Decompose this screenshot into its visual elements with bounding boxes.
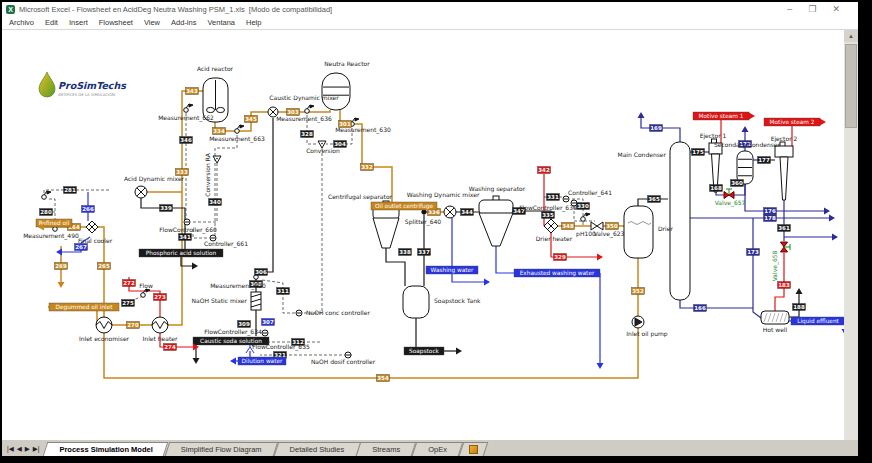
stream-tag-309[interactable]: 309 [238, 321, 251, 328]
sheet-nav-0[interactable]: |◀ [7, 445, 14, 453]
measurement-662[interactable] [184, 104, 193, 112]
menu-edit[interactable]: Edit [45, 18, 58, 27]
stream-tag-332[interactable]: 332 [361, 164, 374, 171]
sheet-shortcut-tab[interactable] [461, 442, 486, 456]
stream-tag-311[interactable]: 311 [277, 288, 290, 295]
soapstock-tank[interactable] [403, 286, 429, 318]
stream-tag-183[interactable]: 183 [778, 282, 791, 289]
stream-tag-266[interactable]: 266 [82, 206, 95, 213]
stream-tag-342[interactable]: 342 [538, 167, 551, 174]
conversion-ra[interactable] [213, 156, 221, 163]
menu-archivo[interactable]: Archivo [9, 18, 34, 27]
close-button-icon[interactable]: ✕ [832, 4, 840, 14]
stream-tag-275[interactable]: 275 [122, 300, 135, 307]
stream-tag-272[interactable]: 272 [123, 280, 136, 287]
tab-opex[interactable]: OpEx [414, 442, 461, 456]
menu-insert[interactable]: Insert [69, 18, 88, 27]
stream-tag-337[interactable]: 337 [418, 249, 431, 256]
stream-tag-267[interactable]: 267 [75, 244, 88, 251]
menu-help[interactable]: Help [246, 18, 261, 27]
stream-label-washing-water[interactable]: Washing water [426, 266, 478, 274]
stream-tag-173[interactable]: 173 [747, 249, 760, 256]
tab-process-simulation-model[interactable]: Process Simulation Model [45, 442, 166, 456]
stream-tag-270[interactable]: 270 [127, 322, 140, 329]
stream-tag-345[interactable]: 345 [245, 116, 258, 123]
flow-indicator-heater[interactable] [141, 289, 150, 297]
sheet-nav-3[interactable]: ▶| [33, 445, 40, 453]
minimize-button-icon[interactable]: – [787, 4, 792, 14]
stream-tag-177[interactable]: 177 [758, 157, 771, 164]
hot-well[interactable] [761, 311, 789, 324]
stream-label-phosphoric-acid-solution[interactable]: Phosphoric acid solution [139, 249, 223, 257]
stream-tag-269[interactable]: 269 [55, 263, 68, 270]
main-condenser[interactable] [670, 142, 690, 300]
tab-simplified-flow-diagram[interactable]: Simplified Flow Diagram [167, 442, 276, 456]
drier[interactable] [624, 206, 653, 258]
stream-label-oil-outlet-centrifuge[interactable]: Oil outlet centrifuge [371, 202, 437, 210]
stream-tag-168[interactable]: 168 [710, 185, 723, 192]
stream-tag-188[interactable]: 188 [793, 304, 806, 311]
valve-623[interactable] [591, 222, 603, 230]
stream-tag-273[interactable]: 273 [154, 294, 167, 301]
washing-separator[interactable] [479, 196, 513, 246]
stream-label-exhausted-washing-water[interactable]: Exhausted washing water [514, 269, 600, 277]
stream-tag-334[interactable]: 334 [213, 128, 226, 135]
neutra-reactor[interactable] [322, 73, 350, 110]
flowcontroller-660[interactable] [184, 219, 190, 225]
scroll-up-icon[interactable]: ▲ [844, 30, 858, 42]
stream-tag-176[interactable]: 176 [764, 208, 777, 215]
flowcontroller-634[interactable] [262, 330, 268, 336]
stream-tag-340[interactable]: 340 [209, 199, 222, 206]
stream-tag-307[interactable]: 307 [262, 319, 275, 326]
stream-tag-335[interactable]: 335 [542, 212, 555, 219]
stream-tag-265[interactable]: 265 [98, 263, 111, 270]
stream-label-motive-steam-2[interactable]: Motive steam 2 [764, 118, 820, 126]
naoh-static-mixer[interactable] [251, 292, 261, 310]
stream-tag-281[interactable]: 281 [64, 187, 77, 194]
stream-tag-350[interactable]: 350 [606, 223, 619, 230]
stream-tag-329[interactable]: 329 [554, 254, 567, 261]
valve-658[interactable] [781, 242, 791, 252]
stream-tag-280[interactable]: 280 [40, 209, 53, 216]
stream-tag-344[interactable]: 344 [461, 209, 474, 216]
stream-label-motive-steam-1[interactable]: Motive steam 1 [693, 112, 749, 120]
stream-tag-365[interactable]: 365 [648, 196, 661, 203]
menu-add-ins[interactable]: Add-ins [171, 18, 196, 27]
stream-tag-354[interactable]: 354 [377, 375, 390, 382]
stream-label-dilution-water[interactable]: Dilution water [238, 357, 286, 365]
sheet-nav-1[interactable]: ◀ [17, 445, 22, 453]
stream-tag-341[interactable]: 341 [179, 234, 192, 241]
splitter-640[interactable] [422, 210, 426, 214]
stream-tag-339[interactable]: 339 [160, 205, 173, 212]
acid-dynamic-mixer[interactable] [135, 186, 147, 198]
scrollbar-thumb[interactable] [845, 44, 857, 128]
stream-tag-361[interactable]: 361 [778, 225, 791, 232]
naoh-conc-controller[interactable] [296, 310, 302, 316]
flowsheet-canvas[interactable]: 3433332702642652693343453033013323363483… [2, 30, 844, 440]
stream-tag-328[interactable]: 328 [301, 131, 314, 138]
tab-streams[interactable]: Streams [358, 442, 414, 456]
ph100-indicator[interactable] [581, 213, 590, 221]
menu-view[interactable]: View [144, 18, 160, 27]
stream-tag-348[interactable]: 348 [562, 223, 575, 230]
drier-heater[interactable] [544, 219, 558, 233]
stream-tag-338[interactable]: 338 [399, 249, 412, 256]
stream-label-liquid-effluent[interactable]: Liquid effluent [791, 317, 844, 325]
stream-tag-360[interactable]: 360 [731, 180, 744, 187]
washing-dynamic-mixer[interactable] [444, 206, 456, 218]
stream-tag-178[interactable]: 178 [764, 215, 777, 222]
stream-label-degummed-oil-inlet[interactable]: Degummed oil inlet [49, 303, 119, 311]
stream-tag-175[interactable]: 175 [692, 149, 705, 156]
stream-tag-330[interactable]: 330 [577, 203, 590, 210]
flowcontroller-639[interactable] [563, 196, 569, 202]
flow-indicator-left[interactable] [42, 191, 51, 199]
tab-detailed-studies[interactable]: Detailed Studies [276, 442, 359, 456]
menu-flowsheet[interactable]: Flowsheet [99, 18, 133, 27]
stream-tag-346[interactable]: 346 [180, 137, 193, 144]
measurement-663[interactable] [235, 125, 244, 133]
valve-657[interactable] [724, 189, 734, 199]
menu-ventana[interactable]: Ventana [207, 18, 235, 27]
stream-tag-166[interactable]: 166 [694, 305, 707, 312]
sheet-nav-buttons[interactable]: |◀◀▶▶| [2, 445, 45, 456]
stream-label-soapstock[interactable]: Soapstock [404, 347, 444, 355]
